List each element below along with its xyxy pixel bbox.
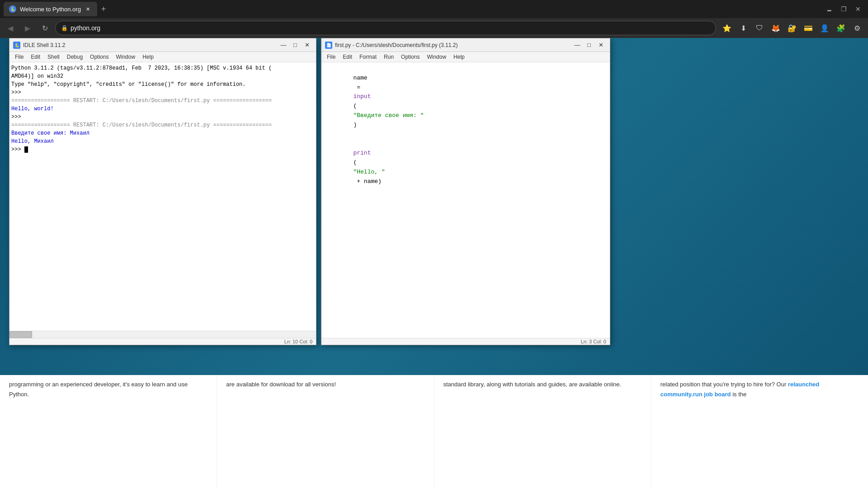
website-col-1-text: programming or an experienced developer,… — [9, 381, 188, 398]
shell-line-5: Hello, world! — [11, 105, 314, 113]
browser-chrome: 🐍 Welcome to Python.org ✕ + 🗕 ❐ ✕ ◀ ▶ ↻ … — [0, 0, 868, 38]
shell-line-10: >>> — [11, 145, 314, 154]
shell-line-1: Python 3.11.2 (tags/v3.11.2:878ead1, Feb… — [11, 64, 314, 80]
job-board-link[interactable]: relaunched community.run job board — [660, 381, 820, 398]
editor-window-controls: — □ ✕ — [572, 41, 606, 50]
tab-close-button[interactable]: ✕ — [85, 5, 92, 13]
idle-shell-maximize[interactable]: □ — [290, 41, 301, 50]
shell-line-9: Hello, Михаил — [11, 137, 314, 145]
code-input-keyword: input — [353, 93, 371, 100]
idle-shell-titlebar: 🐍 IDLE Shell 3.11.2 — □ ✕ — [9, 38, 316, 52]
url-text: python.org — [71, 24, 100, 32]
website-col-2: are available for download for all versi… — [217, 375, 434, 488]
extensions-icon[interactable]: 🧩 — [834, 21, 848, 35]
shell-line-8: Введите свое имя: Михаил — [11, 129, 314, 137]
shell-line-7: ================== RESTART: C:/Users/sle… — [11, 121, 314, 129]
idle-shell-close[interactable]: ✕ — [302, 41, 312, 50]
editor-icon: 📄 — [325, 42, 332, 49]
idle-shell-window-controls: — □ ✕ — [278, 41, 312, 50]
browser-close[interactable]: ✕ — [852, 3, 864, 15]
firefox-icon[interactable]: 🦊 — [769, 21, 783, 35]
website-content: programming or an experienced developer,… — [0, 375, 868, 488]
shell-line-4: ================== RESTART: C:/Users/sle… — [11, 97, 314, 105]
cursor — [24, 146, 28, 153]
editor-menu-options[interactable]: Options — [397, 53, 423, 61]
idle-horizontal-scrollbar[interactable] — [9, 331, 316, 338]
editor-titlebar: 📄 first.py - C:/Users/slesh/Documents/fi… — [321, 38, 610, 52]
editor-minimize[interactable]: — — [572, 41, 583, 50]
website-col-1: programming or an experienced developer,… — [0, 375, 217, 488]
editor-line-2: print ( "Hello, " + name) — [325, 139, 606, 196]
editor-line-1: name = input ( "Введите свое имя: " ) — [325, 64, 606, 139]
toolbar-icons: ⭐ ⬇ 🛡 🦊 🔐 💳 👤 🧩 ⚙ — [720, 21, 864, 35]
editor-menu-format[interactable]: Format — [356, 53, 380, 61]
back-button[interactable]: ◀ — [4, 21, 17, 35]
idle-shell-content[interactable]: Python 3.11.2 (tags/v3.11.2:878ead1, Feb… — [9, 62, 316, 331]
editor-statusbar: Ln: 3 Col: 0 — [321, 338, 610, 345]
idle-shell-statusbar: Ln: 10 Col: 0 — [9, 338, 316, 345]
idle-shell-window: 🐍 IDLE Shell 3.11.2 — □ ✕ File Edit Shel… — [9, 38, 316, 345]
idle-menu-help[interactable]: Help — [139, 53, 157, 61]
website-background: programming or an experienced developer,… — [0, 375, 868, 488]
browser-maximize[interactable]: ❐ — [837, 3, 850, 15]
idle-shell-title: IDLE Shell 3.11.2 — [23, 42, 275, 48]
website-col-3: standard library, along with tutorials a… — [434, 375, 651, 488]
code-print-string: "Hello, " — [353, 169, 385, 175]
idle-status-text: Ln: 10 Col: 0 — [284, 339, 312, 344]
editor-window: 📄 first.py - C:/Users/slesh/Documents/fi… — [321, 38, 610, 345]
website-col-4-text: related position that you're trying to h… — [660, 381, 820, 398]
editor-title: first.py - C:/Users/slesh/Documents/firs… — [335, 42, 569, 48]
shell-line-3: >>> — [11, 89, 314, 97]
idle-shell-minimize[interactable]: — — [278, 41, 289, 50]
idle-menu-edit[interactable]: Edit — [27, 53, 44, 61]
idle-menu-window[interactable]: Window — [112, 53, 139, 61]
idle-shell-menubar: File Edit Shell Debug Options Window Hel… — [9, 52, 316, 62]
website-col-2-text: are available for download for all versi… — [226, 381, 336, 388]
idle-menu-debug[interactable]: Debug — [63, 53, 86, 61]
editor-content[interactable]: name = input ( "Введите свое имя: " ) pr… — [321, 62, 610, 338]
address-bar-row: ◀ ▶ ↻ 🔒 python.org ⭐ ⬇ 🛡 🦊 🔐 💳 👤 🧩 ⚙ — [0, 18, 868, 38]
website-col-3-text: standard library, along with tutorials a… — [443, 381, 622, 388]
address-bar[interactable]: 🔒 python.org — [55, 21, 716, 35]
code-name-var: name — [353, 75, 367, 81]
idle-menu-shell[interactable]: Shell — [44, 53, 63, 61]
tab-title: Welcome to Python.org — [20, 6, 81, 13]
editor-menu-file[interactable]: File — [323, 53, 339, 61]
editor-menu-window[interactable]: Window — [423, 53, 450, 61]
wallet-icon[interactable]: 💳 — [801, 21, 816, 35]
shield-icon[interactable]: 🛡 — [752, 21, 767, 35]
shell-line-6: >>> — [11, 113, 314, 121]
browser-content: programming or an experienced developer,… — [0, 38, 868, 488]
download-icon[interactable]: ⬇ — [736, 21, 750, 35]
forward-button[interactable]: ▶ — [21, 21, 34, 35]
settings-icon[interactable]: ⚙ — [850, 21, 864, 35]
bookmark-icon[interactable]: ⭐ — [720, 21, 734, 35]
editor-maximize[interactable]: □ — [584, 41, 594, 50]
new-tab-button[interactable]: + — [97, 3, 110, 15]
tab-bar: 🐍 Welcome to Python.org ✕ + 🗕 ❐ ✕ — [0, 0, 868, 18]
website-col-4: related position that you're trying to h… — [651, 375, 868, 488]
idle-horizontal-scrollbar-thumb[interactable] — [9, 331, 32, 338]
idle-menu-file[interactable]: File — [11, 53, 27, 61]
editor-menu-run[interactable]: Run — [380, 53, 397, 61]
browser-window-controls: 🗕 ❐ ✕ — [823, 3, 864, 15]
active-tab[interactable]: 🐍 Welcome to Python.org ✕ — [4, 2, 97, 16]
vpn-icon[interactable]: 🔐 — [785, 21, 799, 35]
code-print-keyword: print — [353, 150, 371, 156]
lock-icon: 🔒 — [61, 25, 68, 31]
editor-status-text: Ln: 3 Col: 0 — [581, 339, 606, 344]
shell-line-2: Type "help", "copyright", "credits" or "… — [11, 80, 314, 89]
idle-shell-icon: 🐍 — [13, 42, 20, 49]
idle-menu-options[interactable]: Options — [86, 53, 112, 61]
refresh-button[interactable]: ↻ — [38, 21, 52, 35]
editor-menu-help[interactable]: Help — [450, 53, 468, 61]
browser-minimize[interactable]: 🗕 — [823, 3, 835, 15]
code-input-string: "Введите свое имя: " — [353, 112, 424, 119]
tab-favicon: 🐍 — [9, 5, 16, 13]
editor-close[interactable]: ✕ — [595, 41, 606, 50]
profile-icon[interactable]: 👤 — [817, 21, 832, 35]
editor-menu-edit[interactable]: Edit — [339, 53, 356, 61]
editor-menubar: File Edit Format Run Options Window Help — [321, 52, 610, 62]
